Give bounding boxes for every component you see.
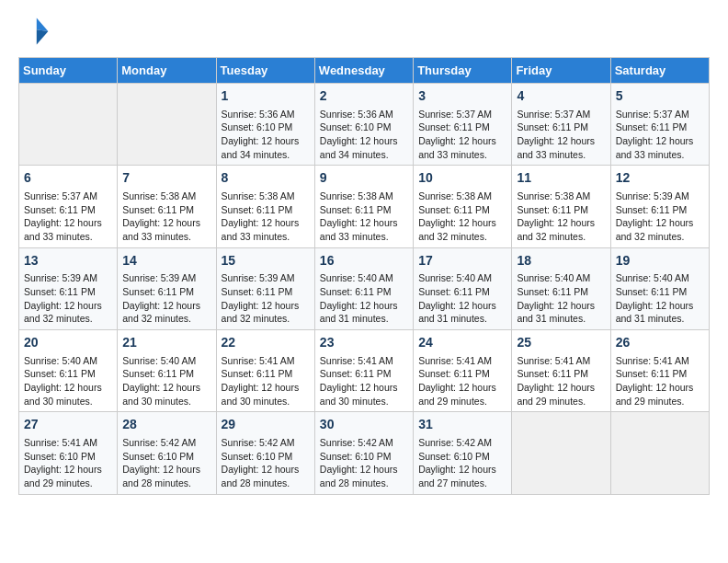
cell-info: Sunset: 6:11 PM (616, 367, 704, 381)
calendar-cell: 18Sunrise: 5:40 AMSunset: 6:11 PMDayligh… (512, 247, 610, 329)
cell-info: Sunrise: 5:39 AM (122, 271, 210, 285)
calendar-cell: 28Sunrise: 5:42 AMSunset: 6:10 PMDayligh… (118, 412, 216, 494)
calendar-cell: 24Sunrise: 5:41 AMSunset: 6:11 PMDayligh… (414, 330, 512, 412)
cell-info: Sunrise: 5:40 AM (122, 354, 210, 368)
cell-info: Sunrise: 5:39 AM (222, 271, 310, 285)
calendar-week-row: 13Sunrise: 5:39 AMSunset: 6:11 PMDayligh… (19, 247, 710, 329)
calendar-cell: 10Sunrise: 5:38 AMSunset: 6:11 PMDayligh… (414, 166, 512, 247)
cell-info: Daylight: 12 hours (320, 216, 408, 230)
cell-info: Sunrise: 5:38 AM (122, 190, 210, 203)
cell-info: Daylight: 12 hours (418, 216, 506, 230)
cell-info: Daylight: 12 hours (222, 463, 310, 477)
cell-info: Daylight: 12 hours (222, 216, 310, 230)
day-number: 16 (320, 252, 408, 270)
calendar-cell (512, 412, 610, 494)
calendar-cell: 19Sunrise: 5:40 AMSunset: 6:11 PMDayligh… (610, 247, 709, 329)
calendar-cell: 12Sunrise: 5:39 AMSunset: 6:11 PMDayligh… (610, 166, 709, 247)
cell-info: Daylight: 12 hours (517, 299, 605, 313)
cell-info: and 33 minutes. (122, 230, 210, 244)
svg-marker-1 (37, 29, 49, 44)
cell-info: and 30 minutes. (24, 395, 112, 408)
cell-info: Daylight: 12 hours (616, 216, 704, 230)
cell-info: Daylight: 12 hours (517, 381, 605, 395)
cell-info: Sunrise: 5:40 AM (616, 271, 704, 285)
cell-info: and 32 minutes. (418, 230, 506, 244)
cell-info: Daylight: 12 hours (222, 381, 310, 395)
cell-info: Daylight: 12 hours (122, 463, 210, 477)
calendar-cell: 22Sunrise: 5:41 AMSunset: 6:11 PMDayligh… (216, 330, 314, 412)
cell-info: and 33 minutes. (616, 148, 704, 162)
day-number: 18 (517, 252, 605, 270)
cell-info: Sunset: 6:11 PM (418, 285, 506, 299)
day-number: 15 (222, 252, 310, 270)
day-number: 17 (418, 252, 506, 270)
cell-info: and 29 minutes. (418, 395, 506, 408)
cell-info: and 31 minutes. (320, 312, 408, 326)
cell-info: Sunrise: 5:36 AM (320, 108, 408, 121)
day-number: 20 (24, 334, 112, 352)
calendar-cell: 5Sunrise: 5:37 AMSunset: 6:11 PMDaylight… (610, 84, 709, 166)
cell-info: and 28 minutes. (122, 477, 210, 490)
cell-info: and 30 minutes. (222, 395, 310, 408)
cell-info: Sunset: 6:10 PM (418, 450, 506, 464)
cell-info: Daylight: 12 hours (517, 216, 605, 230)
cell-info: Daylight: 12 hours (418, 463, 506, 477)
cell-info: Sunrise: 5:40 AM (24, 354, 112, 368)
day-number: 24 (418, 334, 506, 352)
calendar-cell: 20Sunrise: 5:40 AMSunset: 6:11 PMDayligh… (19, 330, 118, 412)
cell-info: and 33 minutes. (24, 230, 112, 244)
day-number: 26 (616, 334, 704, 352)
cell-info: Sunset: 6:11 PM (222, 203, 310, 217)
cell-info: Sunset: 6:11 PM (320, 203, 408, 217)
cell-info: and 32 minutes. (24, 312, 112, 326)
cell-info: Sunrise: 5:41 AM (320, 354, 408, 368)
cell-info: and 28 minutes. (320, 477, 408, 490)
cell-info: Daylight: 12 hours (616, 299, 704, 313)
calendar-cell (19, 84, 118, 166)
day-number: 22 (222, 334, 310, 352)
day-number: 10 (418, 169, 506, 188)
cell-info: Daylight: 12 hours (616, 134, 704, 148)
cell-info: Sunset: 6:11 PM (122, 203, 210, 217)
calendar-cell: 7Sunrise: 5:38 AMSunset: 6:11 PMDaylight… (118, 166, 216, 247)
calendar-cell: 31Sunrise: 5:42 AMSunset: 6:10 PMDayligh… (414, 412, 512, 494)
cell-info: Sunset: 6:10 PM (222, 121, 310, 134)
cell-info: Sunrise: 5:40 AM (418, 271, 506, 285)
cell-info: Sunset: 6:11 PM (517, 203, 605, 217)
cell-info: Sunset: 6:10 PM (24, 450, 112, 464)
cell-info: Daylight: 12 hours (122, 216, 210, 230)
cell-info: Daylight: 12 hours (517, 134, 605, 148)
cell-info: Sunrise: 5:37 AM (24, 190, 112, 203)
header-tuesday: Tuesday (216, 58, 314, 84)
day-number: 30 (320, 416, 408, 434)
cell-info: and 28 minutes. (222, 477, 310, 490)
cell-info: and 33 minutes. (222, 230, 310, 244)
cell-info: Sunset: 6:11 PM (616, 203, 704, 217)
header-sunday: Sunday (19, 58, 118, 84)
cell-info: Daylight: 12 hours (418, 299, 506, 313)
cell-info: Sunrise: 5:40 AM (517, 271, 605, 285)
calendar-cell: 23Sunrise: 5:41 AMSunset: 6:11 PMDayligh… (314, 330, 413, 412)
day-number: 13 (24, 252, 112, 270)
calendar-cell: 29Sunrise: 5:42 AMSunset: 6:10 PMDayligh… (216, 412, 314, 494)
cell-info: Sunset: 6:10 PM (222, 450, 310, 464)
cell-info: Daylight: 12 hours (418, 381, 506, 395)
cell-info: and 32 minutes. (122, 312, 210, 326)
cell-info: Sunset: 6:11 PM (24, 367, 112, 381)
cell-info: and 31 minutes. (616, 312, 704, 326)
calendar-cell: 16Sunrise: 5:40 AMSunset: 6:11 PMDayligh… (314, 247, 413, 329)
cell-info: and 32 minutes. (517, 230, 605, 244)
day-number: 8 (222, 169, 310, 188)
cell-info: Sunset: 6:11 PM (418, 121, 506, 134)
cell-info: Sunrise: 5:39 AM (24, 271, 112, 285)
cell-info: and 33 minutes. (517, 148, 605, 162)
cell-info: Daylight: 12 hours (320, 463, 408, 477)
calendar-cell (610, 412, 709, 494)
calendar-cell: 6Sunrise: 5:37 AMSunset: 6:11 PMDaylight… (19, 166, 118, 247)
cell-info: Sunset: 6:11 PM (517, 367, 605, 381)
calendar-week-row: 6Sunrise: 5:37 AMSunset: 6:11 PMDaylight… (19, 166, 710, 247)
day-number: 12 (616, 169, 704, 188)
cell-info: and 32 minutes. (222, 312, 310, 326)
day-number: 3 (418, 87, 506, 106)
calendar-week-row: 20Sunrise: 5:40 AMSunset: 6:11 PMDayligh… (19, 330, 710, 412)
